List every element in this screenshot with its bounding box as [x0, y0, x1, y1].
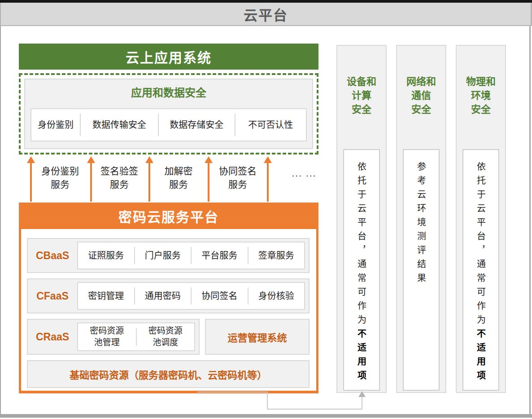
ops-management-label: 运营管理系统: [227, 330, 287, 344]
service-label: 协同签名 服务: [208, 164, 267, 191]
cloud-platform-banner: 云平台: [0, 3, 532, 26]
service-more-label: ... ...: [273, 168, 336, 179]
side-column-network-communication: 网络和 通信 安全 参考云环境测评结果: [396, 45, 446, 393]
service-label: 身份鉴别 服务: [31, 164, 90, 191]
side-column-note-box: 依托于云平台，通常可作为不适用项: [343, 149, 380, 391]
connector-segment: [362, 396, 362, 410]
page-frame-left: [0, 26, 1, 418]
cbaas-item: 签章服务: [249, 243, 305, 269]
side-column-title: 设备和 计算 安全: [337, 75, 386, 116]
row-label-cfaas: CFaaS: [28, 290, 77, 302]
connector-segment: [197, 392, 268, 393]
cloud-app-header: 云上应用系统: [19, 44, 318, 70]
cfaas-item: 协同签名: [192, 283, 248, 309]
side-column-note-box: 依托于云平台，通常可作为不适用项: [462, 149, 499, 391]
app-security-item: 数据传输安全: [81, 109, 158, 141]
cbaas-item: 平台服务: [192, 243, 248, 269]
page-frame-right: [529, 26, 531, 418]
craas-item: 密码资源 池调度: [137, 323, 195, 350]
app-security-item: 不可否认性: [235, 109, 306, 141]
base-crypto-resource-label: 基础密码资源（服务器密码机、云密码机等）: [70, 367, 267, 381]
side-column-note-box: 参考云环境测评结果: [403, 149, 440, 391]
app-security-item: 身份鉴别: [31, 109, 80, 141]
connector-segment: [267, 409, 362, 410]
cbaas-items: 证照服务 门户服务 平台服务 签章服务: [77, 242, 305, 269]
app-data-security-title: 应用和数据安全: [25, 84, 312, 100]
cfaas-item: 通用密码: [135, 283, 191, 309]
app-security-item: 数据存储安全: [159, 109, 235, 141]
crypto-platform-box: CBaaS 证照服务 门户服务 平台服务 签章服务 CFaaS 密钥管理 通用密…: [19, 229, 318, 393]
cloud-crypto-architecture-diagram: 云平台 云上应用系统 应用和数据安全 身份鉴别 数据传输安全 数据存储安全 不可…: [0, 0, 532, 419]
cfaas-item: 身份核验: [249, 283, 305, 309]
cbaas-item: 证照服务: [78, 243, 134, 269]
cfaas-items: 密钥管理 通用密码 协同签名 身份核验: [77, 282, 305, 310]
side-column-note: 参考云环境测评结果: [415, 162, 428, 390]
cfaas-item: 密钥管理: [78, 283, 134, 309]
side-column-title: 物理和 环境 安全: [457, 75, 505, 116]
connector-segment: [267, 392, 268, 410]
crypto-platform-header-label: 密码云服务平台: [118, 206, 219, 226]
app-security-items: 身份鉴别 数据传输安全 数据存储安全 不可否认性: [31, 108, 307, 141]
cloud-app-header-label: 云上应用系统: [126, 47, 212, 66]
craas-item: 密码资源 池管理: [78, 323, 136, 350]
connector-arrow-icon: [358, 391, 366, 397]
side-column-physical-environment: 物理和 环境 安全 依托于云平台，通常可作为不适用项: [456, 45, 506, 393]
page-frame-bottom: [0, 414, 532, 418]
crypto-platform-header: 密码云服务平台: [19, 203, 318, 229]
app-data-security-panel: 应用和数据安全 身份鉴别 数据传输安全 数据存储安全 不可否认性: [24, 79, 313, 149]
craas-items: 密码资源 池管理 密码资源 池调度: [77, 322, 195, 351]
side-column-note: 依托于云平台，通常可作为不适用项: [355, 162, 368, 390]
service-label: 加解密 服务: [149, 164, 208, 191]
service-label: 签名验签 服务: [90, 164, 149, 191]
base-crypto-resource-box: 基础密码资源（服务器密码机、云密码机等）: [27, 360, 310, 388]
side-column-device-computing: 设备和 计算 安全 依托于云平台，通常可作为不适用项: [336, 45, 387, 393]
service-arrows-row: 身份鉴别 服务 签名验签 服务 加解密 服务 协同签名 服务 ... ...: [19, 156, 318, 203]
cbaas-item: 门户服务: [135, 243, 191, 269]
row-label-cbaas: CBaaS: [28, 250, 77, 262]
banner-title: 云平台: [244, 4, 288, 24]
row-label-craas: CRaaS: [28, 331, 77, 343]
ops-management-box: 运营管理系统: [205, 319, 310, 355]
service-row-craas: CRaaS 密码资源 池管理 密码资源 池调度: [27, 319, 200, 355]
side-column-title: 网络和 通信 安全: [397, 75, 445, 116]
app-data-security-dashed-box: 应用和数据安全 身份鉴别 数据传输安全 数据存储安全 不可否认性: [19, 73, 318, 154]
side-column-note: 依托于云平台，通常可作为不适用项: [475, 162, 488, 390]
service-row-cbaas: CBaaS 证照服务 门户服务 平台服务 签章服务: [27, 238, 310, 273]
service-row-cfaas: CFaaS 密钥管理 通用密码 协同签名 身份核验: [27, 278, 310, 313]
